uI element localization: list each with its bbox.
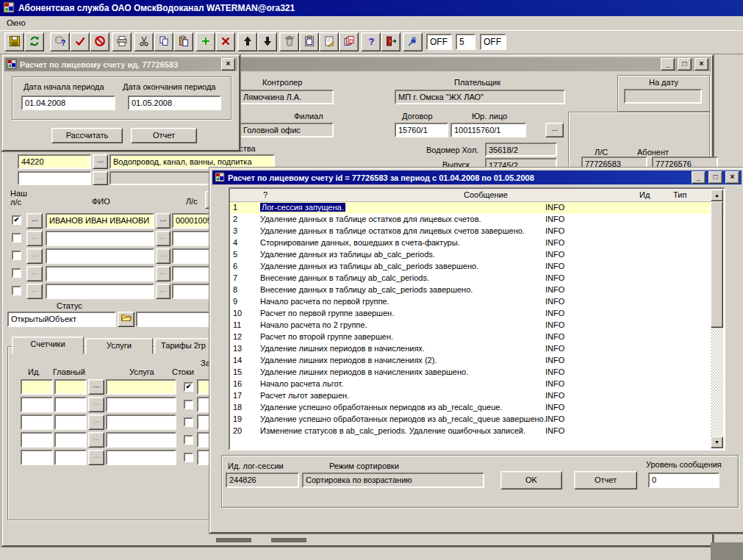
close-button[interactable]: × bbox=[221, 58, 235, 71]
fio-field[interactable] bbox=[46, 266, 154, 281]
help-button[interactable]: ? bbox=[361, 32, 381, 51]
log-row[interactable]: 4Сторнирование данных, вошедших в счета-… bbox=[230, 237, 724, 249]
refresh-button[interactable] bbox=[24, 32, 44, 51]
log-row[interactable]: 19Удаление успешно обработанных периодов… bbox=[230, 414, 724, 426]
edit-button[interactable] bbox=[299, 32, 319, 51]
log-row[interactable]: 10Расчет по первой группе завершен.INFO bbox=[230, 308, 724, 320]
log-row[interactable]: 9Начало расчета по первой группе.INFO bbox=[230, 296, 724, 308]
clear-record-button[interactable] bbox=[279, 32, 299, 51]
personal-ls-field[interactable] bbox=[172, 248, 215, 264]
fio-lookup-button[interactable]: ... bbox=[156, 231, 171, 246]
fio-field[interactable]: ИВАНОВ ИВАН ИВАНОВИ bbox=[46, 213, 154, 229]
tab-services[interactable]: Услуги bbox=[85, 338, 153, 354]
meter-service-field[interactable] bbox=[106, 414, 176, 430]
meter-lookup-button[interactable]: ... bbox=[88, 450, 104, 465]
log-row[interactable]: 11Начало расчета по 2 группе.INFO bbox=[230, 320, 724, 331]
log-scrollbar[interactable]: ▲ ▼ bbox=[711, 190, 723, 448]
report-button[interactable]: Отчет bbox=[131, 128, 197, 143]
personal-ls-field[interactable] bbox=[172, 266, 215, 281]
acc-row-lookup-button[interactable]: ... bbox=[26, 284, 43, 299]
status-field[interactable]: ОткрытыйОбъект bbox=[7, 312, 116, 327]
log-row[interactable]: 7Внесение данных в таблицу ab_calc_perio… bbox=[230, 273, 724, 284]
meter-id-field[interactable] bbox=[21, 397, 53, 412]
minimize-button[interactable]: _ bbox=[692, 171, 706, 184]
scroll-down-button[interactable]: ▼ bbox=[711, 437, 723, 448]
log-row[interactable]: 16Начало расчета льгот.INFO bbox=[230, 378, 724, 390]
ok-button[interactable]: OK bbox=[500, 471, 562, 489]
log-row[interactable]: 1Лог-сессия запущена.INFO bbox=[230, 202, 724, 214]
meter-lookup-button[interactable]: ... bbox=[88, 397, 104, 412]
log-row[interactable]: 13Удаление лишних периодов в начислениях… bbox=[230, 343, 724, 355]
our-ls-checkbox[interactable] bbox=[12, 268, 21, 278]
meter-id-field[interactable] bbox=[21, 450, 53, 465]
meter-service-field[interactable] bbox=[106, 450, 176, 465]
log-row[interactable]: 17Расчет льгот завершен.INFO bbox=[230, 390, 724, 402]
enter-query-button[interactable]: ? bbox=[50, 32, 70, 51]
fio-field[interactable] bbox=[46, 248, 154, 264]
log-window-titlebar[interactable]: Расчет по лицевому счету id = 77726583 з… bbox=[212, 170, 742, 184]
meter-id-field[interactable] bbox=[21, 379, 53, 395]
close-button[interactable]: × bbox=[725, 171, 739, 184]
log-row[interactable]: 3Удаление данных в таблице остатков для … bbox=[230, 226, 724, 237]
scroll-thumb[interactable] bbox=[711, 201, 723, 328]
cut-button[interactable] bbox=[134, 32, 154, 51]
paste-button[interactable] bbox=[173, 32, 193, 51]
acc-row-lookup-button[interactable]: ... bbox=[26, 266, 43, 281]
close-button[interactable]: × bbox=[694, 58, 708, 71]
log-row[interactable]: 14Удаление лишних периодов в начислениях… bbox=[230, 355, 724, 367]
execute-button[interactable] bbox=[70, 32, 90, 51]
menu-window[interactable]: Окно bbox=[7, 18, 26, 27]
meter-id-field[interactable] bbox=[21, 432, 53, 448]
meter-service-field[interactable] bbox=[106, 397, 176, 412]
log-row[interactable]: 20Изменение статусов в ab_calc_periods. … bbox=[230, 426, 724, 437]
tab-tariffs[interactable]: Тарифы 2гр bbox=[154, 338, 212, 354]
personal-ls-field[interactable] bbox=[172, 231, 215, 246]
maximize-button[interactable]: □ bbox=[678, 58, 692, 71]
meter-main-field[interactable] bbox=[54, 379, 87, 395]
fio-lookup-button[interactable]: ... bbox=[156, 213, 171, 229]
meter-service-field[interactable] bbox=[106, 379, 176, 395]
delete-record-button[interactable] bbox=[215, 32, 235, 51]
drain-checkbox[interactable] bbox=[184, 417, 193, 427]
exit-button[interactable] bbox=[381, 32, 401, 51]
drain-checkbox[interactable]: ✔ bbox=[184, 382, 193, 392]
maximize-button[interactable]: □ bbox=[708, 171, 722, 184]
cancel-query-button[interactable] bbox=[90, 32, 110, 51]
meter-service-field[interactable] bbox=[106, 432, 176, 448]
device-desc-field[interactable]: Водопровод, канал, ванны, подпитка bbox=[110, 154, 275, 169]
end-date-field[interactable]: 01.05.2008 bbox=[128, 96, 221, 110]
list-values-button[interactable]: Fi bbox=[339, 32, 359, 51]
minimize-button[interactable]: _ bbox=[661, 58, 675, 71]
on-date-field[interactable] bbox=[624, 89, 702, 104]
state-field-1[interactable]: OFF bbox=[426, 34, 452, 50]
personal-ls-field[interactable]: 00001005 bbox=[172, 213, 215, 229]
log-row[interactable]: 2Удаление данных в таблице остатков для … bbox=[230, 214, 724, 226]
next-record-button[interactable] bbox=[257, 32, 277, 51]
our-ls-checkbox[interactable] bbox=[12, 251, 21, 260]
entity-lookup-button[interactable]: ... bbox=[545, 123, 564, 137]
scroll-up-button[interactable]: ▲ bbox=[711, 190, 723, 201]
fio-field[interactable] bbox=[46, 284, 154, 299]
drain-checkbox[interactable] bbox=[184, 400, 193, 409]
insert-record-button[interactable] bbox=[195, 32, 215, 51]
status-folder-button[interactable] bbox=[118, 312, 134, 327]
status-extra-field[interactable] bbox=[136, 312, 212, 327]
meter-main-field[interactable] bbox=[54, 397, 87, 412]
drain-checkbox[interactable] bbox=[184, 435, 193, 445]
fio-lookup-button[interactable]: ... bbox=[156, 266, 171, 281]
period-dialog-titlebar[interactable]: Расчет по лицевому счету ид. 77726583 × bbox=[4, 57, 237, 71]
footer-report-button[interactable]: Отчет bbox=[574, 471, 637, 489]
log-row[interactable]: 5Удаление данных из таблицы ab_calc_peri… bbox=[230, 249, 724, 261]
our-ls-checkbox[interactable]: ✔ bbox=[12, 215, 21, 225]
log-row[interactable]: 15Удаление лишних периодов в начислениях… bbox=[230, 367, 724, 378]
acc-row-lookup-button[interactable]: ... bbox=[26, 213, 43, 229]
entity-field[interactable]: 100115760/1 bbox=[451, 123, 526, 137]
meter-lookup-button[interactable]: ... bbox=[88, 414, 104, 430]
editor-button[interactable] bbox=[319, 32, 339, 51]
our-ls-checkbox[interactable] bbox=[12, 233, 21, 243]
device-lookup-button-2[interactable]: ... bbox=[93, 171, 108, 185]
contract-field[interactable]: 15760/1 bbox=[395, 123, 448, 137]
previous-record-button[interactable] bbox=[237, 32, 257, 51]
fio-field[interactable] bbox=[46, 231, 154, 246]
meter-id-field[interactable] bbox=[21, 414, 53, 430]
